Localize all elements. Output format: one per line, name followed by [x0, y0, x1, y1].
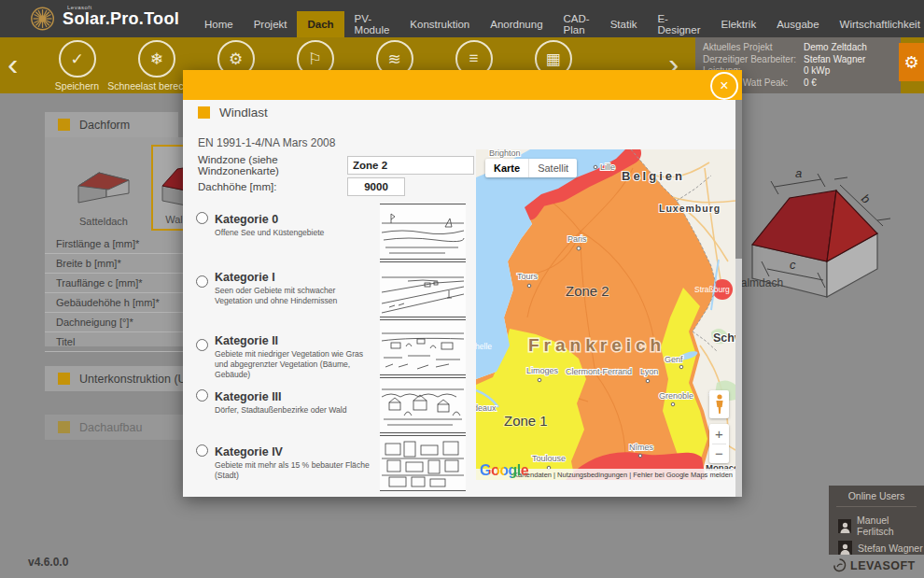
radio-icon[interactable]	[196, 275, 208, 288]
kategorie-4-sketch	[380, 435, 466, 491]
project-value: 0 €	[804, 78, 817, 90]
norm-text: EN 1991-1-4/NA Mars 2008	[198, 136, 335, 149]
dialog-header: ×	[183, 70, 742, 100]
svg-text:Bordeaux: Bordeaux	[476, 403, 497, 413]
roof-type-satteldach[interactable]: Satteldach	[65, 145, 142, 231]
nav-item-konstruktion[interactable]: Konstruktion	[399, 11, 480, 37]
svg-text:a: a	[795, 166, 802, 180]
svg-text:Lyon: Lyon	[640, 367, 658, 376]
svg-text:b: b	[859, 191, 873, 206]
svg-text:Schweiz: Schweiz	[713, 331, 735, 345]
zoom-in-button[interactable]: +	[709, 424, 729, 444]
zoom-out-button[interactable]: −	[709, 444, 729, 464]
top-nav: Levasoft Solar.Pro.Tool Home Projekt Dac…	[0, 0, 924, 37]
radio-icon[interactable]	[196, 444, 208, 457]
nav-item-home[interactable]: Home	[194, 11, 244, 37]
kategorie-2-sketch	[380, 319, 466, 375]
nav-item-pv-module[interactable]: PV-Module	[344, 11, 400, 37]
project-label: Aktuelles Projekt	[703, 42, 804, 54]
radio-icon[interactable]	[196, 339, 208, 351]
kategorie-1-option[interactable]: Kategorie I Seen oder Gebiete mit schwac…	[196, 268, 370, 306]
online-user-row[interactable]: Stefan Wagner	[829, 539, 924, 557]
zone1-label: Zone 1	[504, 413, 548, 429]
nav-item-ausgabe[interactable]: Ausgabe	[766, 11, 829, 37]
kategorie-0-option[interactable]: Kategorie 0 Offene See und Küstengebiete	[196, 210, 370, 238]
kategorie-1-sketch	[380, 261, 466, 317]
app-version: v4.6.0.0	[28, 556, 68, 569]
user-icon	[838, 519, 851, 533]
nav-item-statik[interactable]: Statik	[600, 11, 648, 37]
map-type-control: Karte Satellit	[485, 159, 577, 177]
dachaufbau-section-header[interactable]: Dachaufbau	[45, 415, 192, 440]
streetview-pegman[interactable]	[709, 390, 729, 418]
levasoft-logo-icon	[833, 558, 847, 572]
main-menu: Home Projekt Dach PV-Module Konstruktion…	[194, 0, 924, 37]
country-label: Frankreich	[528, 335, 665, 355]
brand-name: Solar.Pro.Tool	[63, 9, 179, 29]
settings-gear-button[interactable]: ⚙	[899, 43, 924, 81]
brand-sub: Levasoft	[67, 5, 92, 10]
nav-item-elektrik[interactable]: Elektrik	[710, 11, 766, 37]
save-button[interactable]: ✓ Speichern	[37, 40, 117, 92]
svg-text:Nîmes: Nîmes	[629, 443, 654, 452]
dialog-title: Windlast	[219, 106, 268, 120]
check-circle-icon: ✓	[59, 40, 96, 78]
online-users-title: Online Users	[829, 490, 924, 501]
dachhoehe-input[interactable]	[347, 177, 405, 196]
windzone-map-canvas: Brighton Lille Belgien Luxemburg Paris S…	[476, 149, 735, 480]
brand[interactable]: Levasoft Solar.Pro.Tool	[0, 0, 179, 37]
windzone-map[interactable]: Brighton Lille Belgien Luxemburg Paris S…	[476, 149, 735, 480]
svg-text:Belgien: Belgien	[622, 169, 685, 183]
project-value: Stefan Wagner	[804, 54, 865, 66]
kategorie-3-option[interactable]: Kategorie III Dörfer, Stadtaußenbezirke …	[196, 388, 370, 416]
section-square-icon	[58, 421, 70, 433]
app-window: Levasoft Solar.Pro.Tool Home Projekt Dac…	[0, 0, 924, 578]
satteldach-icon	[71, 165, 136, 212]
online-user-row[interactable]: Manuel Ferlitsch	[829, 513, 924, 539]
dachhoehe-label: Dachhöhe [mm]:	[198, 181, 347, 192]
dialog-title-row: Windlast	[198, 106, 268, 120]
nav-item-dach[interactable]: Dach	[297, 11, 343, 37]
zone2-label: Zone 2	[566, 283, 609, 299]
kategorie-2-option[interactable]: Kategorie II Gebiete mit niedriger Veget…	[196, 331, 370, 381]
svg-text:Clermont-Ferrand: Clermont-Ferrand	[566, 367, 632, 376]
scrollbar-thumb[interactable]	[735, 100, 742, 259]
map-zoom-control: + −	[709, 424, 729, 463]
svg-text:Rochelle: Rochelle	[476, 342, 492, 351]
kategorie-3-sketch	[380, 377, 466, 433]
gear-icon: ⚙	[903, 52, 918, 73]
snowflake-icon: ❄	[138, 40, 175, 78]
svg-text:Genf: Genf	[665, 355, 683, 364]
project-value: 0 kWp	[804, 65, 830, 78]
nav-item-cad-plan[interactable]: CAD-Plan	[553, 11, 600, 37]
google-logo[interactable]: Google	[480, 462, 528, 479]
svg-text:Tours: Tours	[517, 272, 539, 281]
nav-item-wirtschaftlichkeit[interactable]: Wirtschaftlichkeit	[830, 11, 924, 37]
project-value: Demo Zeltdach	[804, 42, 867, 54]
nav-item-anordnung[interactable]: Anordnung	[480, 11, 553, 37]
kategorie-4-option[interactable]: Kategorie IV Gebiete mit mehr als 15 % b…	[196, 443, 370, 481]
windzone-label: Windzone (siehe Windzonenkarte)	[198, 154, 347, 176]
svg-text:c: c	[790, 258, 796, 272]
close-icon[interactable]: ×	[710, 72, 738, 100]
radio-icon[interactable]	[196, 389, 208, 402]
svg-text:Grenoble: Grenoble	[659, 391, 693, 401]
section-square-icon	[58, 119, 70, 131]
radio-icon[interactable]	[196, 212, 208, 224]
dialog-scrollbar[interactable]	[735, 100, 742, 497]
windzone-input[interactable]	[347, 156, 474, 175]
sun-logo-icon	[30, 5, 55, 33]
levasoft-brand: LEVASOFT	[833, 558, 916, 572]
svg-text:Toulouse: Toulouse	[532, 454, 566, 463]
map-satellit-button[interactable]: Satellit	[529, 159, 577, 177]
svg-text:Paris: Paris	[567, 234, 587, 244]
svg-text:Brighton: Brighton	[489, 149, 521, 158]
toolbar-prev-button[interactable]: ‹	[7, 45, 18, 82]
dachform-section-header[interactable]: Dachform	[45, 112, 178, 137]
section-square-icon	[58, 373, 70, 385]
map-karte-button[interactable]: Karte	[485, 159, 528, 177]
nav-item-e-designer[interactable]: E-Designer	[647, 11, 710, 37]
nav-item-projekt[interactable]: Projekt	[244, 11, 298, 37]
svg-text:Straßburg: Straßburg	[694, 285, 730, 294]
windlast-dialog: × Windlast EN 1991-1-4/NA Mars 2008 Wind…	[183, 70, 742, 497]
